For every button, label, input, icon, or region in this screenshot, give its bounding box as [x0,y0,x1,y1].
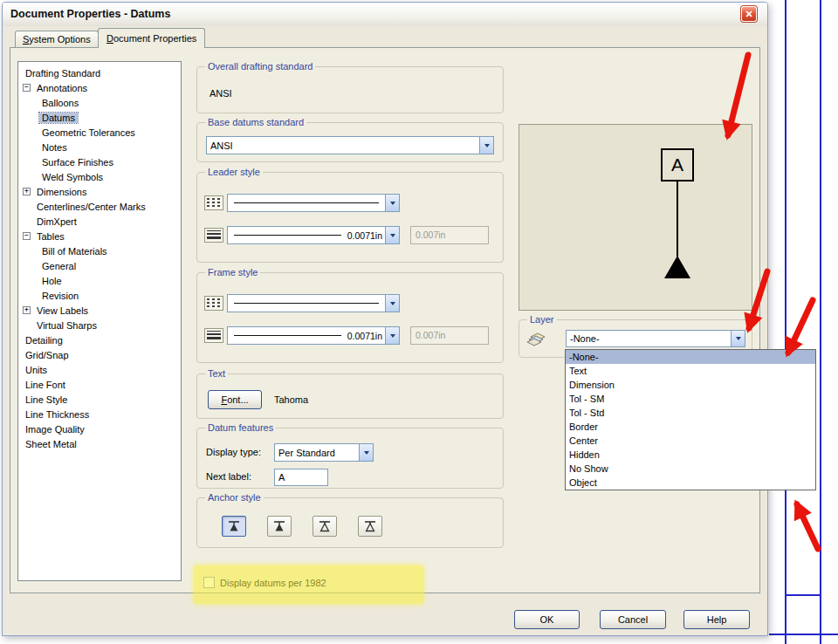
tree-item-general[interactable]: General [18,258,181,273]
tab-document-properties[interactable]: Document Properties [98,28,205,48]
tree-item-line-thickness[interactable]: Line Thickness [18,407,181,421]
tree-item-units[interactable]: Units [18,362,181,377]
group-title: Leader style [205,167,263,177]
tree-item-dimxpert[interactable]: DimXpert [18,214,181,229]
tree-item-weld-symbols[interactable]: Weld Symbols [18,169,181,184]
collapse-icon[interactable]: − [23,232,31,240]
group-base-datums-standard: Base datums standard ANSI [196,122,504,162]
datum-symbol-box: A [661,148,694,182]
tree-item-label: Datums [39,113,78,123]
leader-line-thickness-select[interactable]: 0.0071in [227,226,400,244]
tree-item-tables[interactable]: −Tables [18,229,181,243]
tree-item-centerlines-center-marks[interactable]: Centerlines/Center Marks [18,199,181,214]
group-title: Anchor style [205,492,264,503]
layer-option-border[interactable]: Border [566,420,815,434]
ok-button[interactable]: OK [514,610,580,629]
document-properties-dialog: Document Properties - Datums ✕ System Op… [2,2,768,636]
tree-item-line-style[interactable]: Line Style [18,392,181,407]
anchor-style-button-4[interactable] [358,516,382,537]
layer-option--none-[interactable]: -None- [566,350,815,364]
tree-item-annotations[interactable]: −Annotations [18,80,181,95]
tree-item-view-labels[interactable]: +View Labels [18,303,181,318]
layer-select[interactable]: -None- [566,330,745,347]
layer-option-object[interactable]: Object [566,476,815,490]
next-label-label: Next label: [206,471,251,482]
dropdown-arrow-icon[interactable] [385,195,399,211]
dropdown-arrow-icon[interactable] [385,295,399,312]
tree-item-label: Virtual Sharps [34,320,100,331]
help-button[interactable]: Help [683,610,750,629]
overall-standard-value: ANSI [210,88,232,99]
leader-line-style-select[interactable] [227,194,400,212]
tree-item-datums[interactable]: Datums [18,110,181,125]
settings-tree[interactable]: Drafting Standard−AnnotationsBalloonsDat… [17,61,182,581]
base-datums-standard-select[interactable]: ANSI [206,136,494,154]
tree-item-image-quality[interactable]: Image Quality [18,421,181,436]
line-style-sample [234,202,379,203]
leader-custom-thickness-input: 0.007in [410,226,489,244]
close-icon[interactable]: ✕ [741,6,757,22]
dropdown-arrow-icon[interactable] [359,444,373,461]
collapse-icon[interactable]: − [23,84,31,92]
expand-icon[interactable]: + [23,306,31,314]
font-button[interactable]: Font... [208,390,262,409]
datum-symbol-triangle [664,256,690,278]
tree-item-label: Annotations [34,83,90,93]
display-type-label: Display type: [206,447,261,457]
layer-option-tol-std[interactable]: Tol - Std [566,406,815,420]
group-title: Frame style [205,267,260,277]
tree-item-grid-snap[interactable]: Grid/Snap [18,347,181,362]
tree-item-revision[interactable]: Revision [18,288,181,303]
group-datum-features: Datum features Display type: Per Standar… [196,428,504,489]
line-thickness-sample [234,235,341,236]
selected-value: ANSI [207,140,479,151]
layer-option-center[interactable]: Center [566,434,815,448]
anchor-style-button-1[interactable] [222,516,246,537]
tab-label: ystem Options [29,34,90,45]
tab-label: ocument Properties [113,33,196,44]
frame-line-thickness-select[interactable]: 0.0071in [227,326,400,345]
tree-item-bill-of-materials[interactable]: Bill of Materials [18,243,181,258]
tree-item-label: Dimensions [34,187,89,197]
dialog-titlebar[interactable]: Document Properties - Datums ✕ [3,3,767,26]
layer-option-dimension[interactable]: Dimension [566,378,815,392]
anchor-style-button-3[interactable] [313,516,337,537]
group-title: Text [205,368,228,379]
frame-line-style-select[interactable] [227,294,400,312]
tree-item-drafting-standard[interactable]: Drafting Standard [18,65,181,80]
thickness-value: 0.0071in [347,230,382,241]
tree-item-dimensions[interactable]: +Dimensions [18,184,181,199]
datum-letter: A [671,154,683,175]
tree-item-balloons[interactable]: Balloons [18,95,181,110]
tree-item-label: Image Quality [23,424,87,435]
display-type-select[interactable]: Per Standard [274,443,374,462]
layer-option-tol-sm[interactable]: Tol - SM [566,392,815,406]
expand-icon[interactable]: + [23,188,31,195]
tree-item-hole[interactable]: Hole [18,273,181,288]
cancel-button[interactable]: Cancel [600,610,666,629]
dropdown-arrow-icon[interactable] [385,327,399,344]
tree-item-virtual-sharps[interactable]: Virtual Sharps [18,318,181,332]
drawing-border-vline-1 [785,0,786,644]
tree-item-label: Weld Symbols [39,172,106,182]
layer-option-text[interactable]: Text [566,364,815,378]
dropdown-arrow-icon[interactable] [385,227,399,243]
tab-system-options[interactable]: System Options [15,31,99,47]
layer-option-hidden[interactable]: Hidden [566,448,815,462]
tree-item-label: Revision [39,291,81,301]
tree-item-sheet-metal[interactable]: Sheet Metal [18,436,181,451]
dropdown-arrow-icon[interactable] [731,331,745,346]
tab-page: Drafting Standard−AnnotationsBalloonsDat… [10,47,760,593]
tree-item-geometric-tolerances[interactable]: Geometric Tolerances [18,125,181,140]
group-title: Overall drafting standard [205,61,315,72]
tree-item-line-font[interactable]: Line Font [18,377,181,392]
dropdown-arrow-icon[interactable] [479,137,493,154]
tree-item-label: Sheet Metal [23,439,79,449]
tree-item-notes[interactable]: Notes [18,140,181,154]
tree-item-detailing[interactable]: Detailing [18,332,181,347]
tree-item-surface-finishes[interactable]: Surface Finishes [18,154,181,169]
next-label-input[interactable] [274,469,328,486]
layer-option-no-show[interactable]: No Show [566,462,815,476]
anchor-style-button-2[interactable] [267,516,292,537]
display-datums-1982-checkbox[interactable] [203,577,215,588]
